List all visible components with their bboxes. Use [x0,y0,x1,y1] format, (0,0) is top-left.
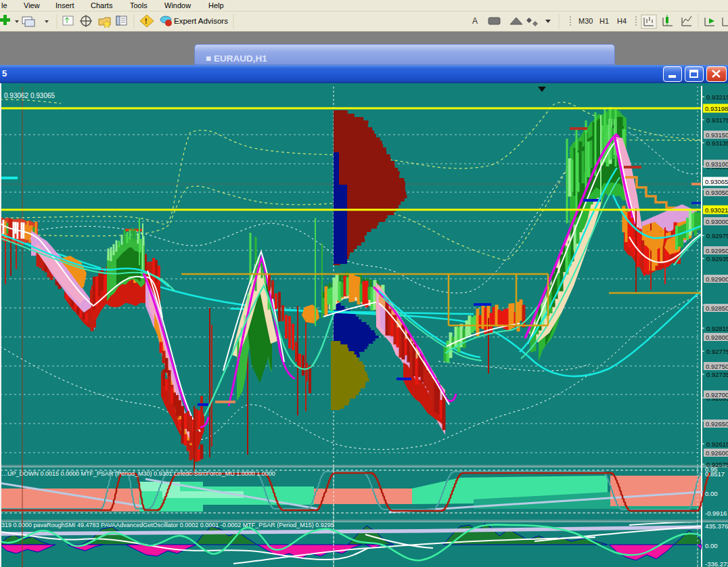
svg-text:0.92850: 0.92850 [706,304,728,312]
svg-text:0.92950: 0.92950 [706,247,728,254]
svg-text:…UP_DOWN 0.0015 0.0000 MTF_PS: …UP_DOWN 0.0015 0.0000 MTF_PSAR (Period_… [1,470,275,477]
svg-text:0.93215: 0.93215 [706,93,728,101]
svg-text:0.93050: 0.93050 [706,189,728,196]
svg-text:0.93175: 0.93175 [706,116,728,124]
svg-text:0.92900: 0.92900 [706,275,728,283]
svg-text:0.92735: 0.92735 [706,371,728,378]
svg-text:0.93150: 0.93150 [706,131,728,139]
svg-text:0.92775: 0.92775 [706,348,728,355]
svg-text:0.92935: 0.92935 [706,255,728,263]
svg-text:0.93135: 0.93135 [706,139,728,147]
svg-text:0.93100: 0.93100 [706,160,728,168]
svg-text:0.00: 0.00 [705,542,718,549]
svg-text:0.92650: 0.92650 [706,420,728,428]
svg-text:0.95: 0.95 [705,466,718,473]
svg-text:-0.9916: -0.9916 [705,509,727,517]
svg-text:0.93062 0.93065: 0.93062 0.93065 [4,92,55,99]
svg-text:0.92750: 0.92750 [706,363,728,370]
svg-text:0.93000: 0.93000 [706,218,728,225]
svg-text:0.92615: 0.92615 [706,440,728,448]
svg-text:0.93065: 0.93065 [705,178,728,185]
svg-text:0.93198: 0.93198 [705,105,728,112]
svg-text:0.92600: 0.92600 [706,449,728,457]
svg-text:0.92975: 0.92975 [706,232,728,240]
svg-text:319 0.0000 pavaRoughSMI 49.47: 319 0.0000 pavaRoughSMI 49.4783 PAVAAdva… [1,522,334,528]
svg-text:0.92815: 0.92815 [706,325,728,332]
svg-text:435.3764: 435.3764 [705,522,728,530]
svg-text:0.92700: 0.92700 [706,391,728,399]
svg-text:0.00: 0.00 [705,490,718,497]
svg-text:-336.272: -336.272 [705,560,728,567]
svg-text:0.93021: 0.93021 [705,206,728,214]
svg-text:0.92800: 0.92800 [706,334,728,341]
